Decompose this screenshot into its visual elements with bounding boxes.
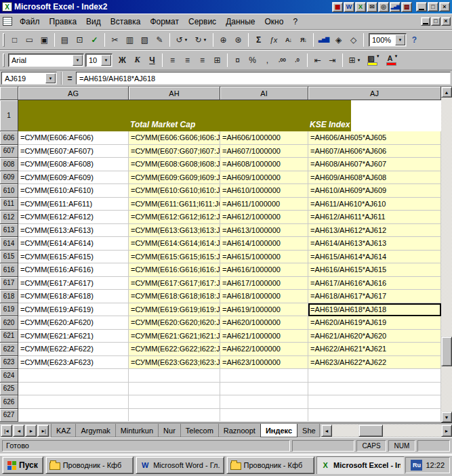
bold-button[interactable]: Ж (115, 53, 129, 68)
cell-ag[interactable] (18, 369, 129, 383)
cell-aj[interactable] (308, 395, 441, 409)
row-number[interactable]: 613 (0, 224, 18, 238)
row-number[interactable]: 612 (0, 211, 18, 224)
scroll-right-icon[interactable]: ► (441, 425, 452, 437)
cell-ag[interactable] (18, 395, 129, 409)
cell-ai[interactable]: =AH608/1000000 (220, 158, 308, 171)
chevron-down-icon[interactable]: ▼ (395, 35, 405, 45)
scroll-down-icon[interactable]: ▼ (441, 412, 452, 423)
percent-icon[interactable]: % (245, 53, 260, 68)
cell-aj[interactable]: =AH616/AH615*AJ615 (308, 263, 441, 277)
cell-ah[interactable]: =СУММ(E614:G614;I614:J6 (129, 237, 220, 251)
spelling-icon[interactable]: ✓ (87, 33, 102, 47)
cell-ag[interactable] (18, 409, 129, 423)
cell-aj[interactable]: =AH612/AH611*AJ611 (308, 211, 441, 224)
underline-button[interactable]: Ч (145, 53, 159, 68)
taskbar-button[interactable]: W Microsoft Word - Гл.. (136, 456, 224, 474)
cell-ah[interactable]: =СУММ(E607:G607;I607:J6 (129, 145, 220, 158)
italic-button[interactable]: К (130, 53, 144, 68)
insert-hyperlink-icon[interactable]: ⊕ (216, 33, 230, 47)
cell-ah[interactable]: =СУММ(E618:G618;I618:J6 (129, 290, 220, 303)
sheet-tab[interactable]: She (297, 424, 320, 437)
vertical-scrollbar[interactable]: ▲ ▼ (441, 87, 452, 423)
vertical-scroll-thumb[interactable] (441, 337, 452, 366)
cell-ag[interactable]: =СУММ(E623:AF623) (18, 356, 129, 370)
borders-icon[interactable]: ⊞ (346, 53, 364, 68)
cell-aj[interactable]: =AH619/AH618*AJ618 (308, 303, 441, 317)
office-grid-icon[interactable]: ▦ (332, 2, 343, 12)
font-color-icon[interactable]: А (384, 53, 402, 68)
cell-ai[interactable]: =AH622/1000000 (220, 343, 308, 356)
cell-ag[interactable]: =СУММ(E608:AF608) (18, 158, 129, 171)
column-header-ag[interactable]: AG (18, 87, 129, 100)
sheet-tab[interactable]: KAZ (51, 424, 76, 437)
align-right-icon[interactable]: ≡ (195, 53, 209, 68)
cell-ag[interactable]: =СУММ(E616:AF616) (18, 263, 129, 277)
cell-aj[interactable] (308, 369, 441, 383)
row-number[interactable]: 625 (0, 383, 18, 396)
cell-ah[interactable]: =СУММ(E612:G612;I612:J6 (129, 211, 220, 224)
workbook-minimize-button[interactable] (421, 17, 430, 26)
office-assistant-icon[interactable]: ? (407, 33, 422, 47)
menu-item[interactable]: Файл (15, 15, 45, 28)
prev-sheet-button[interactable]: ◄ (13, 425, 24, 437)
cell-aj[interactable]: =AH623/AH622*AJ622 (308, 356, 441, 370)
cell-ah[interactable]: =СУММ(E611:G611;I611:J6 (129, 198, 220, 211)
cell-ah[interactable]: =СУММ(E608:G608;I608:J6 (129, 158, 220, 171)
sheet-tab[interactable]: Argymak (75, 424, 115, 437)
row-number[interactable]: 615 (0, 251, 18, 264)
clock[interactable]: 12:22 (426, 461, 445, 469)
taskbar-button[interactable]: X Microsoft Excel - Ind... (316, 456, 403, 474)
cell-ah[interactable]: =СУММ(E622:G622;I622:J6 (129, 343, 220, 356)
autosum-icon[interactable]: Σ (251, 33, 266, 47)
cell-aj[interactable] (308, 383, 441, 396)
workbook-restore-button[interactable]: □ (431, 17, 440, 26)
restore-button[interactable]: □ (428, 2, 438, 12)
column-header-ai[interactable]: AI (220, 87, 308, 100)
menu-item[interactable]: Формат (145, 15, 184, 28)
undo-icon[interactable]: ↺ (173, 33, 191, 47)
row-number[interactable]: 610 (0, 184, 18, 198)
cell-aj[interactable]: =AH613/AH612*AJ612 (308, 224, 441, 238)
open-icon[interactable]: ▭ (22, 33, 37, 47)
font-size-select[interactable]: 10 ▼ (85, 53, 112, 67)
cell-ag1[interactable] (18, 100, 129, 131)
workbook-icon[interactable] (3, 17, 12, 26)
comma-icon[interactable]: , (260, 53, 274, 68)
row-number[interactable]: 618 (0, 290, 18, 303)
chart-wizard-icon[interactable]: ▃▅▇ (316, 33, 331, 47)
sort-descending-icon[interactable]: Я↓ (296, 33, 310, 47)
decrease-decimal-icon[interactable]: ,0 (290, 53, 304, 68)
row-number[interactable]: 606 (0, 131, 18, 145)
sheet-tab[interactable]: Nur (158, 424, 181, 437)
cell-ah[interactable]: =СУММ(E617:G617;I617:J6 (129, 277, 220, 290)
mail-icon[interactable]: ✉ (367, 2, 377, 12)
cell-ai[interactable]: =AH609/1000000 (220, 171, 308, 185)
row-number[interactable]: 617 (0, 277, 18, 290)
first-sheet-button[interactable]: |◄ (1, 425, 12, 437)
cell-ah[interactable]: =СУММ(E620:G620;I620:J6 (129, 316, 220, 330)
menu-item[interactable]: Окно (260, 15, 288, 28)
cell-ai[interactable]: =AH610/1000000 (220, 184, 308, 198)
font-name-select[interactable]: Arial ▼ (8, 53, 84, 67)
taskbar-button[interactable]: Проводник - Кфб (45, 456, 133, 474)
cell-ah[interactable]: =СУММ(E621:G621;I621:J6 (129, 330, 220, 343)
close-button[interactable]: × (439, 2, 450, 12)
row-number[interactable]: 607 (0, 145, 18, 158)
horizontal-scroll-track[interactable] (332, 425, 441, 437)
cell-aj[interactable]: =AH611/AH610*AJ610 (308, 198, 441, 211)
cell-aj[interactable]: =AH609/AH608*AJ608 (308, 171, 441, 185)
column-header-aj[interactable]: AJ (308, 87, 441, 100)
cell-ah[interactable]: =СУММ(E606:G606;I606:J6 (129, 131, 220, 145)
menu-item[interactable]: ? (288, 15, 302, 28)
cell-aj[interactable]: =AH614/AH613*AJ613 (308, 237, 441, 251)
cell-ag[interactable]: =СУММ(E610:AF610) (18, 184, 129, 198)
cell-ah[interactable]: =СУММ(E615:G615;I615:J6 (129, 251, 220, 264)
cut-icon[interactable]: ✂ (108, 33, 122, 47)
sheet-tab[interactable]: Minturkun (115, 424, 159, 437)
cell-ag[interactable]: =СУММ(E621:AF621) (18, 330, 129, 343)
map-icon[interactable]: ◈ (331, 33, 346, 47)
cell-ai[interactable] (220, 409, 308, 423)
cell-ah1-total-market-cap[interactable]: Total Market Cap (129, 100, 220, 131)
web-toolbar-icon[interactable]: ⊛ (231, 33, 245, 47)
